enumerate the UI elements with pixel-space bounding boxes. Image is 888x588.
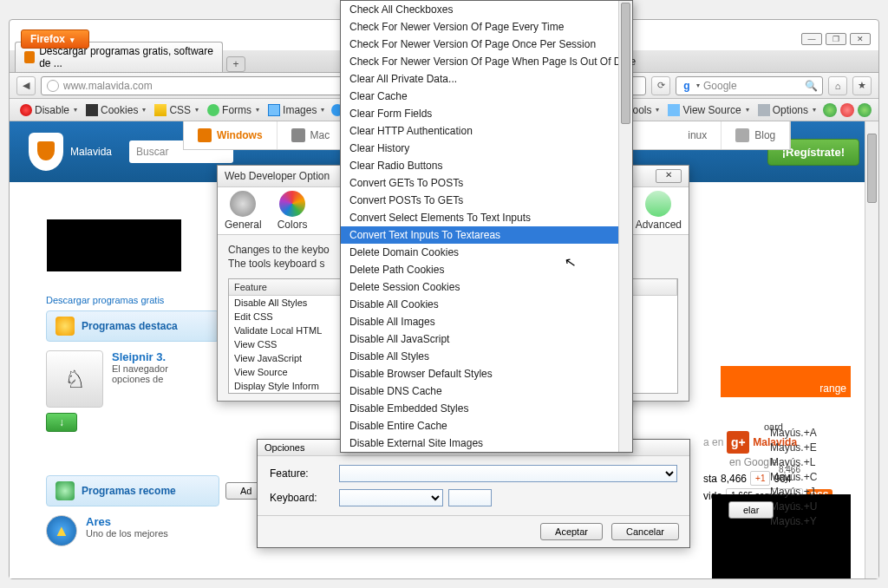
menu-item[interactable]: Clear Radio Buttons	[341, 157, 632, 174]
menu-item[interactable]: Disable Embedded Styles	[341, 400, 632, 417]
wd-tools[interactable]: ools	[629, 102, 663, 118]
wd-disable[interactable]: Disable	[16, 102, 81, 118]
program-item[interactable]: ▲ Ares Uno de los mejores	[46, 515, 219, 546]
menu-item[interactable]: Disable External Site Images	[341, 434, 632, 452]
menu-item[interactable]: Convert POSTs To GETs	[341, 192, 632, 209]
wd-viewsource[interactable]: View Source	[664, 102, 752, 118]
tab-blog[interactable]: Blog	[722, 121, 790, 149]
left-column: Descargar programas gratis Programas des…	[46, 295, 219, 546]
menu-item[interactable]: Convert GETs To POSTs	[341, 174, 632, 192]
close-button[interactable]: ✕	[850, 33, 871, 45]
keyboard-label: Keyboard:	[270, 492, 330, 504]
program-thumb: ♘	[46, 350, 103, 408]
program-item[interactable]: ♘ Sleipnir 3. El navegador opciones de	[46, 350, 219, 408]
download-button[interactable]: ↓	[46, 413, 77, 432]
menu-item[interactable]: Check For Newer Version Of Page Once Per…	[341, 36, 632, 53]
menu-scrollbar[interactable]	[618, 1, 632, 452]
flask-icon	[645, 191, 671, 217]
menu-item[interactable]: Disable DNS Cache	[341, 382, 632, 400]
check-ok-icon[interactable]	[823, 103, 837, 117]
keyboard-select[interactable]	[339, 489, 443, 506]
feature-select[interactable]	[339, 465, 677, 482]
pencil-icon	[154, 104, 166, 116]
scroll-thumb[interactable]	[867, 134, 877, 203]
menu-item[interactable]: Disable All Images	[341, 313, 632, 330]
menu-item[interactable]: Clear All Private Data...	[341, 70, 632, 88]
google-icon: g	[681, 80, 693, 92]
reload-button[interactable]: ⟳	[651, 76, 670, 95]
cancel-partial[interactable]: elar	[728, 501, 774, 519]
ad-placeholder	[47, 219, 181, 271]
feature-label: Feature:	[270, 467, 330, 480]
tab-title: Descargar programas gratis, software de …	[39, 45, 213, 69]
minimize-button[interactable]: —	[801, 33, 822, 45]
feature-dropdown[interactable]: Check All CheckboxesCheck For Newer Vers…	[340, 0, 633, 453]
image-icon	[268, 104, 280, 116]
menu-item[interactable]: Disable Browser Default Styles	[341, 365, 632, 382]
bookmarks-button[interactable]: ★	[852, 76, 872, 95]
site-logo[interactable]: Malavida	[29, 133, 112, 171]
wd-forms[interactable]: Forms	[204, 102, 263, 118]
menu-item[interactable]: Clear HTTP Authentication	[341, 122, 632, 140]
tool-general[interactable]: General	[225, 191, 262, 231]
search-icon: 🔍	[805, 80, 818, 92]
form-icon	[207, 104, 219, 116]
scroll-thumb[interactable]	[621, 3, 630, 124]
wd-options[interactable]: Options	[754, 102, 819, 118]
breadcrumb-link[interactable]: Descargar programas gratis	[46, 295, 219, 305]
keyboard-input[interactable]	[448, 489, 492, 506]
tool-advanced[interactable]: Advanced	[636, 191, 682, 231]
section-featured: Programas destaca	[46, 310, 219, 342]
tool-colors[interactable]: Colors	[278, 191, 308, 231]
opciones-dialog: Opciones Feature: Keyboard: Aceptar Canc…	[257, 439, 690, 548]
menu-item[interactable]: Delete Domain Cookies	[341, 244, 632, 261]
page-scrollbar[interactable]	[865, 121, 878, 578]
menu-item[interactable]: Clear Form Fields	[341, 105, 632, 122]
home-button[interactable]: ⌂	[828, 76, 847, 95]
wd-css[interactable]: CSS	[151, 102, 202, 118]
maximize-button[interactable]: ❐	[826, 33, 846, 45]
wd-images[interactable]: Images	[264, 102, 328, 118]
ok-button[interactable]: Aceptar	[540, 523, 603, 540]
wd-cookies[interactable]: Cookies	[82, 102, 149, 118]
program-title: Sleipnir 3.	[112, 350, 168, 363]
colors-icon	[279, 191, 305, 217]
menu-item[interactable]: Clear Cache	[341, 88, 632, 105]
menu-item[interactable]: Check For Newer Version Of Page When Pag…	[341, 53, 632, 70]
menu-item[interactable]: Delete Path Cookies	[341, 261, 632, 278]
url-text: www.malavida.com	[63, 80, 153, 92]
code-icon	[668, 104, 680, 116]
tab-mac[interactable]: Mac	[278, 121, 345, 149]
menu-item[interactable]: Clear History	[341, 140, 632, 157]
back-button[interactable]: ◀	[16, 76, 36, 95]
menu-item[interactable]: Disable Entire Cache	[341, 417, 632, 434]
search-input[interactable]: g ▾ Google 🔍	[676, 76, 823, 95]
check-err-icon[interactable]	[840, 103, 854, 117]
section-recommended: Programas recome	[46, 475, 219, 506]
window-controls: — ❐ ✕	[801, 33, 871, 45]
program-title: Ares	[86, 515, 168, 528]
shield-icon	[29, 133, 63, 171]
menu-item[interactable]: Convert Select Elements To Text Inputs	[341, 209, 632, 226]
close-icon[interactable]: ✕	[656, 169, 682, 183]
program-thumb: ▲	[46, 515, 77, 546]
blog-icon	[735, 128, 749, 142]
menu-item[interactable]: Check For Newer Version Of Page Every Ti…	[341, 18, 632, 36]
windows-icon	[198, 128, 212, 142]
cancel-button[interactable]: Cancelar	[611, 523, 679, 540]
menu-item[interactable]: Disable All JavaScript	[341, 330, 632, 348]
menu-item[interactable]: Disable All Cookies	[341, 296, 632, 313]
menu-item[interactable]: Delete Session Cookies	[341, 278, 632, 296]
menu-item[interactable]: Disable All Styles	[341, 348, 632, 365]
tab-windows[interactable]: Windows	[184, 121, 278, 149]
orange-ad[interactable]: range	[721, 366, 851, 397]
check-ok2-icon[interactable]	[858, 103, 872, 117]
favicon-icon	[24, 51, 35, 63]
tab-linux[interactable]: inux	[674, 121, 722, 149]
menu-item[interactable]: Check All Checkboxes	[341, 1, 632, 18]
new-tab-button[interactable]: +	[226, 56, 245, 72]
medal-icon	[56, 481, 75, 500]
menu-item[interactable]: Convert Text Inputs To Textareas	[341, 226, 632, 244]
gplus-icon[interactable]: g+	[727, 431, 749, 454]
firefox-menu-button[interactable]: Firefox	[21, 29, 89, 49]
